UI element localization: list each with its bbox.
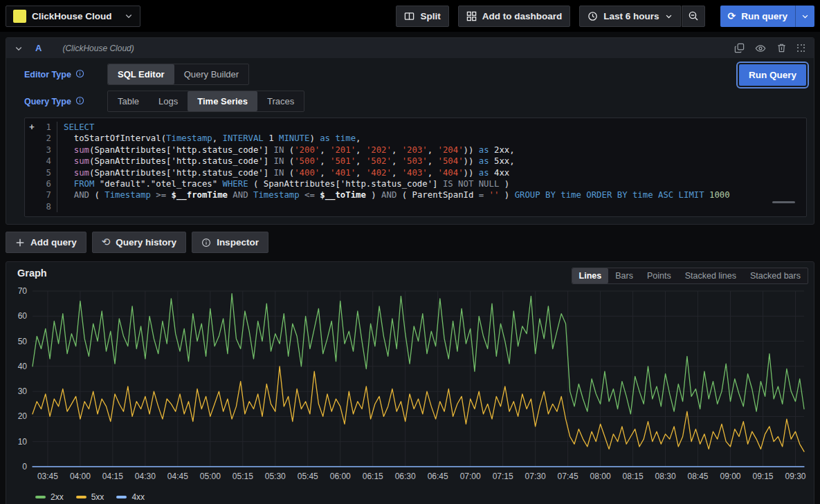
split-button[interactable]: Split [396,6,448,27]
code-text: sum(SpanAttributes['http.status_code'] I… [57,144,515,156]
y-axis-tick-label: 50 [18,337,28,346]
line-number: 1 [39,122,51,133]
x-axis-tick-label: 05:45 [298,472,318,481]
x-axis-tick-label: 04:15 [102,472,123,481]
info-circle-icon[interactable] [75,96,84,107]
run-query-dropdown[interactable] [795,6,814,27]
sync-icon: ⟳ [728,11,736,21]
editor-type-label: Editor Type [24,70,71,80]
topbar: ClickHouse Cloud Split Add to dashboard … [0,0,820,32]
query-type-option-traces[interactable]: Traces [257,91,304,111]
query-row-header: A (ClickHouse Cloud) [6,38,814,58]
code-text [57,201,69,212]
y-axis-tick-label: 60 [18,312,28,321]
chevron-down-icon [125,12,133,20]
query-type-option-table[interactable]: Table [108,91,149,111]
graph-panel: Graph LinesBarsPointsStacked linesStacke… [6,261,814,504]
legend-label: 5xx [91,492,104,502]
chevron-down-icon [665,12,673,20]
drag-handle-icon[interactable] [797,44,805,53]
datasource-picker[interactable]: ClickHouse Cloud [6,6,140,27]
legend-swatch [116,496,127,498]
time-range-picker[interactable]: Last 6 hours [579,6,680,27]
graph-panel-title: Graph [12,268,47,279]
legend-item-4xx[interactable]: 4xx [116,492,145,502]
legend-item-5xx[interactable]: 5xx [76,492,104,502]
x-axis-tick-label: 07:45 [558,472,578,481]
time-series-plot[interactable]: 03:4504:0004:1504:3004:4505:0005:1505:30… [12,286,810,487]
draw-mode-option-points[interactable]: Points [640,268,678,283]
info-circle-icon [201,238,211,248]
run-query-split-button[interactable]: ⟳ Run query [720,6,815,27]
code-text: sum(SpanAttributes['http.status_code'] I… [57,156,515,167]
code-text: FROM "default"."otel_traces" WHERE ( Spa… [57,178,509,189]
series-line-5xx [33,366,804,451]
query-ref-id[interactable]: A [35,43,42,53]
duplicate-query-icon[interactable] [734,43,745,53]
add-to-dashboard-button[interactable]: Add to dashboard [458,6,571,27]
editor-type-option-sql-editor[interactable]: SQL Editor [108,64,174,84]
draw-mode-option-bars[interactable]: Bars [608,268,640,283]
x-axis-tick-label: 08:45 [688,472,709,481]
split-icon [404,11,414,21]
y-axis-tick-label: 70 [18,286,28,296]
remove-query-trash-icon[interactable] [776,43,787,53]
hide-response-eye-icon[interactable] [755,43,766,54]
info-circle-icon[interactable] [75,69,84,80]
code-line: 2 toStartOfInterval(Timestamp, INTERVAL … [25,133,806,144]
zoom-out-time-button[interactable] [682,6,705,27]
x-axis-tick-label: 06:30 [395,472,416,481]
draw-mode-option-stacked-bars[interactable]: Stacked bars [743,268,808,283]
code-text: AND ( Timestamp >= $__fromTime AND Times… [57,189,730,200]
query-history-button[interactable]: ⟲ Query history [92,232,186,253]
editor-horizontal-scrollbar[interactable] [772,201,795,203]
datasource-hint: (ClickHouse Cloud) [62,44,134,53]
x-axis-tick-label: 06:00 [330,472,351,481]
x-axis-tick-label: 06:45 [428,472,448,481]
plus-icon [15,238,25,248]
legend-item-2xx[interactable]: 2xx [35,492,64,502]
y-axis-tick-label: 0 [22,462,27,472]
line-number: 5 [39,167,51,178]
x-axis-tick-label: 08:30 [655,472,676,481]
query-type-option-time-series[interactable]: Time Series [188,91,257,111]
query-type-segmented: TableLogsTime SeriesTraces [107,91,304,112]
collapse-chevron-icon[interactable] [15,44,23,53]
x-axis-tick-label: 03:45 [37,472,58,481]
editor-type-segmented: SQL EditorQuery Builder [107,64,249,85]
x-axis-tick-label: 04:30 [135,472,156,481]
zoom-out-icon [688,10,699,21]
line-number: 6 [39,178,51,189]
add-query-label: Add query [30,237,77,248]
code-line: 8 [25,201,806,212]
legend-label: 2xx [51,492,64,502]
query-type-label: Query Type [24,97,71,106]
run-query-label: Run query [741,11,787,21]
query-history-label: Query history [116,237,176,248]
clock-icon [587,11,598,21]
x-axis-tick-label: 08:00 [590,472,611,481]
code-text: SELECT [57,122,94,133]
inspector-button[interactable]: Inspector [192,232,268,253]
y-axis-tick-label: 30 [18,386,28,396]
sql-code-editor[interactable]: +1SELECT2 toStartOfInterval(Timestamp, I… [24,118,807,217]
draw-mode-option-lines[interactable]: Lines [572,268,609,283]
line-number: 7 [39,189,51,200]
editor-type-option-query-builder[interactable]: Query Builder [174,64,248,84]
code-line: 7 AND ( Timestamp >= $__fromTime AND Tim… [25,189,806,200]
chart-legend: 2xx5xx4xx [12,489,808,502]
time-range-label: Last 6 hours [603,11,659,21]
line-number: 8 [39,201,51,212]
draw-mode-option-stacked-lines[interactable]: Stacked lines [678,268,743,283]
x-axis-tick-label: 09:15 [752,472,773,481]
code-line: 5 sum(SpanAttributes['http.status_code']… [25,167,806,178]
code-text: toStartOfInterval(Timestamp, INTERVAL 1 … [57,133,361,144]
x-axis-tick-label: 04:45 [167,472,188,481]
line-number: 3 [39,144,51,156]
x-axis-tick-label: 09:00 [720,472,740,481]
add-to-dashboard-label: Add to dashboard [482,11,563,21]
query-type-option-logs[interactable]: Logs [149,91,188,111]
x-axis-tick-label: 05:00 [200,472,221,481]
add-query-button[interactable]: Add query [6,232,86,253]
run-query-panel-button[interactable]: Run Query [739,64,806,86]
